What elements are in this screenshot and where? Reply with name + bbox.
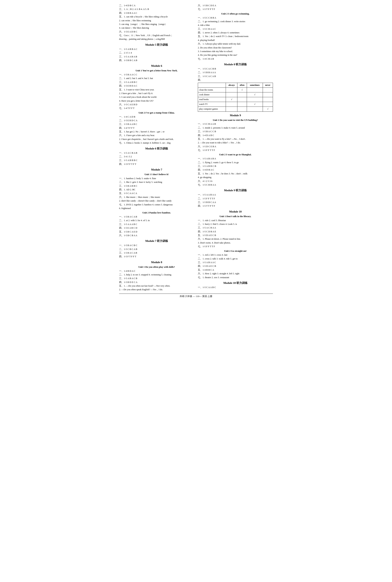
table-cell: √ xyxy=(226,97,238,102)
module-title: Module 9 听力训练 xyxy=(198,188,273,192)
content-line: 六、1-5 B C D E A xyxy=(198,4,273,7)
content-line: 一、1-5 B A C A B xyxy=(119,215,194,219)
content-line: 4. go shopping xyxy=(198,176,273,179)
content-line: 七、1-5 C B B A A xyxy=(198,183,273,187)
content-line: 一、1-5 B A C B C xyxy=(119,244,194,247)
content-line: 七、1. DVD 2. together 3. bamboo 4. comes … xyxy=(119,203,194,206)
content-line: 四、1-5 D A E C B xyxy=(198,264,273,268)
content-line: 3. can sing（songs）；She likes singing（son… xyxy=(119,23,194,26)
content-line: 一、1-5 C C B B A xyxy=(198,16,273,20)
content-line: 二、1. go swimming 2. cook dinner 3. write… xyxy=(198,20,273,23)
content-line: 四、1-5 E B D A C xyxy=(119,84,194,88)
module-title: Module 6 xyxy=(119,64,194,68)
content-line: 五、1. has got 2. No；haven't 3. Have；got；o… xyxy=(119,130,194,133)
table-cell: √ xyxy=(238,88,247,92)
table-cell xyxy=(247,107,263,112)
content-line: 2. —Do you want to ride a bike? —Yes，I d… xyxy=(198,141,273,144)
content-line: 五、1-5 D A E C B xyxy=(198,234,273,237)
content-line: 2. Do you often clean the classroom? xyxy=(198,46,273,50)
page-content: 二、1-4 D B C A三、1. A；B 2. A 3. B 4. A 5. … xyxy=(119,4,273,292)
content-line: 2. don't like candy；doesn't like candy；d… xyxy=(119,199,194,203)
content-line: 七、Coco；11；New York，US；English and French… xyxy=(119,34,194,37)
content-line: 二、2 3 5 1 4 xyxy=(119,51,194,55)
content-line: 一、1-5 A B A B A xyxy=(198,157,273,160)
content-line: 六、1-5 E A D B C xyxy=(119,30,194,34)
content-line: 一、1-5 C A A B C xyxy=(198,286,273,289)
content-line: 五、1. Yes；do 2. watch TV 3. clean；bedroom… xyxy=(198,35,273,38)
content-line: 一、1-4 C A D B xyxy=(119,115,194,119)
content-line: 六、1. I have got a kite and a toy bear. xyxy=(119,134,194,137)
content-line: 一、1. bamboo 2. body 3. snake 4. flute xyxy=(119,177,194,180)
content-line: 二、1. inside 2. presents 3. make 4. train… xyxy=(198,126,273,130)
content-line: 三、1-5 A A B B C xyxy=(119,81,194,84)
module-title: Module 5 听力训练 xyxy=(119,43,194,47)
content-line: 六、1. like music；likes music；like music xyxy=(119,195,194,199)
table-cell xyxy=(247,88,263,92)
unit-title: Unit 2 I often go swimming. xyxy=(198,12,273,16)
unit-title: Unit 2 Pandas love bamboo. xyxy=(119,211,194,215)
content-line: 三、1-5 A A B A B xyxy=(119,55,194,59)
content-line: 一、1. red 2. left 3. cross 4. late xyxy=(198,253,273,257)
table-cell xyxy=(226,107,238,112)
content-line: 三、1-5 A B A C B xyxy=(119,277,194,280)
content-line: 二、1-5 C B C A B xyxy=(119,247,194,251)
content-line: 七、1-4 C B A B xyxy=(198,57,273,61)
table-cell xyxy=(247,97,263,102)
module-title: Module 7 听力训练 xyxy=(119,239,194,243)
content-line: 四、1-5 F F T F T xyxy=(119,162,194,166)
table-header: never xyxy=(263,83,273,88)
table-cell xyxy=(263,97,273,102)
content-line: 三、1-5 B B C A A xyxy=(198,201,273,204)
content-line: 六、4 1 2 5 3 6 xyxy=(198,179,273,183)
content-line: 二、1-5 E B D C A xyxy=(119,119,194,122)
table-cell xyxy=(226,92,238,97)
content-line: 二、1. help 2. to see 3. stopped 4. swimmi… xyxy=(119,273,194,276)
content-line: 二、1. at 2. with 3. for 4. of 5. in xyxy=(119,219,194,222)
content-line: 2. I have got a kite，but I can't fly it. xyxy=(119,92,194,95)
content-line: 七、1-5 T F F T F xyxy=(198,8,273,11)
content-line: 二、1. hurry 2. find 3. closes 4. Look 5. … xyxy=(198,222,273,226)
content-line: 三、1-5 B A B B C xyxy=(119,184,194,188)
content-line: 一、1-5 C B A A B xyxy=(198,122,273,126)
content-line: 七、1. theatre 2. zoo 3. restaurant xyxy=(198,276,273,279)
content-line: 五、1. —Do you want to fly a kite? —No，I d… xyxy=(198,137,273,141)
content-line: 一、1-5 A C B A B xyxy=(119,151,194,155)
unit-title: Unit 2 I've got a stamp from China. xyxy=(119,111,194,115)
frequency-table: alwaysoftensometimesneverclean the rooms… xyxy=(198,83,273,112)
table-row: play computer games√ xyxy=(198,107,273,112)
table-cell xyxy=(226,88,238,92)
unit-title: Unit 1 Do you often play with dolls? xyxy=(119,265,194,269)
table-cell-label: play computer games xyxy=(198,107,226,112)
module-title: Module 8 xyxy=(119,260,194,264)
content-line: 一、1. rule 2. card 3. librarian xyxy=(198,219,273,222)
unit-title: Unit 1 Don't talk in the library. xyxy=(198,214,273,218)
table-cell xyxy=(238,107,247,112)
content-line: 四、1-5 E A B C D xyxy=(119,226,194,230)
content-line: 四、1-4 T F F T xyxy=(119,126,194,130)
content-line: 三、1-5 A B A A C xyxy=(198,261,273,264)
table-header: always xyxy=(226,83,238,88)
table-header: often xyxy=(238,83,247,88)
unit-title: Unit 2 Go straight on! xyxy=(198,249,273,253)
content-line: 3. I can send you a book about the world… xyxy=(119,95,194,99)
table-row: read books√ xyxy=(198,97,273,102)
table-cell: √ xyxy=(263,107,273,112)
unit-title: Unit 1 I don't believe it! xyxy=(119,173,194,176)
content-line: 四、1-5 C D B A E xyxy=(198,230,273,233)
content-line: 一、1-5 C A C B B xyxy=(198,67,273,71)
table-cell xyxy=(263,92,273,97)
content-line: 二、1-4 D B C A xyxy=(119,4,194,7)
right-column: 六、1-5 B C D E A七、1-5 T F F T FUnit 2 I o… xyxy=(198,4,273,292)
content-line: 四、1. AD 2. BC xyxy=(119,188,194,191)
content-line: 2. can swim；She likes swimming xyxy=(119,19,194,22)
content-line: 六、1. I always play table tennis with my … xyxy=(198,42,273,46)
content-line: 四、1-4 D A B C xyxy=(198,134,273,137)
content-line: 四、1-5 B D E C A xyxy=(119,280,194,284)
content-line: 四、1-5 F T F F T xyxy=(119,255,194,258)
content-line: 三、1-5 B A A B C xyxy=(119,123,194,126)
table-cell-label: read books xyxy=(198,97,226,102)
table-cell-label: clean the rooms xyxy=(198,88,226,92)
table-cell xyxy=(238,92,247,97)
content-line: 二、1. and 2. but 3. and 4. but 5. but xyxy=(119,77,194,80)
content-line: 三、1-5 A A A B C xyxy=(119,223,194,226)
